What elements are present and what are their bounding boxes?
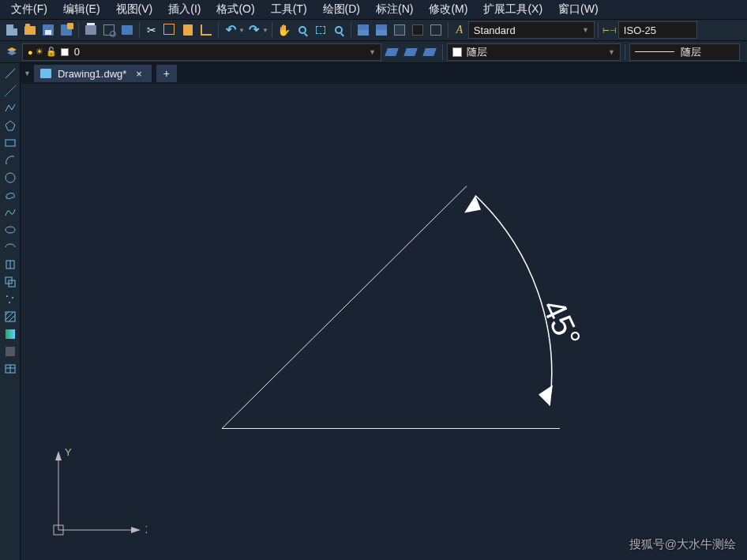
print-button[interactable]	[82, 21, 99, 39]
ellipse-tool[interactable]	[2, 223, 18, 237]
table-tool[interactable]	[2, 362, 18, 376]
redo-button[interactable]: ↷	[246, 21, 263, 39]
document-tab[interactable]: Drawing1.dwg* ×	[34, 65, 152, 82]
properties-palette-button[interactable]	[355, 21, 372, 39]
separator	[139, 22, 140, 38]
layer-name: 0	[74, 46, 80, 58]
circle-tool[interactable]	[2, 171, 18, 185]
watermark: 搜狐号@大水牛测绘	[629, 537, 736, 552]
dim-style-icon[interactable]: ⊢⊣	[602, 22, 617, 38]
menu-window[interactable]: 窗口(W)	[552, 1, 605, 18]
rectangle-tool[interactable]	[2, 136, 18, 150]
chevron-down-icon: ▼	[582, 26, 589, 34]
svg-point-4	[6, 173, 15, 182]
separator	[78, 22, 79, 38]
chevron-down-icon: ▼	[369, 48, 376, 56]
text-style-icon[interactable]: A	[452, 22, 467, 38]
svg-rect-17	[6, 329, 15, 339]
command-line-button[interactable]	[409, 21, 426, 39]
menu-dimension[interactable]: 标注(N)	[370, 1, 419, 18]
layer-dropdown[interactable]: ● ☀ 🔓 0 ▼	[22, 43, 381, 61]
dim-style-dropdown[interactable]: ISO-25	[618, 21, 697, 39]
menu-express[interactable]: 扩展工具(X)	[477, 1, 549, 18]
revision-cloud-tool[interactable]	[2, 188, 18, 202]
layer-manager-button[interactable]	[3, 43, 21, 61]
dim-style-value: ISO-25	[624, 24, 656, 36]
separator	[272, 22, 272, 38]
svg-point-12	[9, 302, 10, 303]
menu-file[interactable]: 文件(F)	[5, 1, 54, 18]
menu-format[interactable]: 格式(O)	[210, 1, 261, 18]
linetype-dropdown[interactable]: 随层	[629, 43, 740, 61]
construction-line-tool[interactable]	[2, 84, 18, 98]
document-icon	[40, 69, 51, 78]
undo-dropdown[interactable]: ▼	[238, 27, 245, 34]
drawing-area[interactable]: ▼ Drawing1.dwg* × + 45°	[21, 63, 747, 560]
draw-toolbar	[0, 63, 21, 560]
gradient-tool[interactable]	[2, 327, 18, 341]
color-dropdown[interactable]: 随层 ▼	[447, 43, 621, 61]
cut-button[interactable]: ✂	[143, 21, 160, 39]
separator	[598, 22, 599, 38]
menu-edit[interactable]: 编辑(E)	[57, 1, 107, 18]
svg-marker-23	[55, 451, 62, 460]
polygon-tool[interactable]	[2, 118, 18, 133]
new-button[interactable]	[3, 21, 21, 39]
spline-tool[interactable]	[2, 205, 18, 220]
make-block-tool[interactable]	[2, 275, 18, 289]
clean-screen-button[interactable]	[427, 21, 445, 39]
line-tool[interactable]	[2, 66, 18, 81]
linetype-value: 随层	[681, 45, 701, 59]
menu-draw[interactable]: 绘图(D)	[317, 1, 366, 18]
point-tool[interactable]	[2, 292, 18, 306]
layer-state-button[interactable]	[402, 43, 419, 61]
svg-text:Y: Y	[65, 446, 72, 458]
pan-button[interactable]: ✋	[276, 21, 293, 39]
drawing-canvas[interactable]: 45° Y X 搜狐号@大水牛测绘	[21, 84, 747, 560]
arc-tool[interactable]	[2, 153, 18, 167]
separator	[448, 22, 449, 38]
zoom-window-button[interactable]	[312, 21, 329, 39]
text-style-dropdown[interactable]: Standard ▼	[468, 21, 595, 39]
menu-modify[interactable]: 修改(M)	[422, 1, 474, 18]
paste-button[interactable]	[179, 21, 197, 39]
design-center-button[interactable]	[373, 21, 390, 39]
undo-button[interactable]: ↶	[222, 21, 239, 39]
zoom-realtime-button[interactable]	[294, 21, 311, 39]
close-tab-button[interactable]: ×	[133, 68, 145, 80]
tool-palette-button[interactable]	[391, 21, 408, 39]
svg-point-5	[6, 227, 15, 233]
new-tab-button[interactable]: +	[156, 65, 177, 82]
hatch-tool[interactable]	[2, 310, 18, 324]
polyline-tool[interactable]	[2, 101, 18, 115]
tab-list-dropdown[interactable]: ▼	[24, 70, 31, 77]
separator	[218, 22, 219, 38]
region-tool[interactable]	[2, 344, 18, 359]
angle-dimension-arc	[475, 196, 552, 406]
plot-button[interactable]	[118, 21, 136, 39]
saveas-button[interactable]	[58, 21, 75, 39]
insert-block-tool[interactable]	[2, 257, 18, 272]
color-value: 随层	[467, 45, 487, 59]
menu-insert[interactable]: 插入(I)	[162, 1, 207, 18]
save-button[interactable]	[39, 21, 57, 39]
standard-toolbar: ✂ ↶ ▼ ↷ ▼ ✋ A Standard ▼ ⊢⊣ ISO-25	[0, 19, 747, 41]
svg-rect-3	[6, 140, 15, 146]
angle-dimension-text: 45°	[536, 294, 587, 351]
match-properties-button[interactable]	[197, 21, 215, 39]
layer-isolate-button[interactable]	[421, 43, 438, 61]
zoom-previous-button[interactable]	[330, 21, 347, 39]
layer-previous-button[interactable]	[383, 43, 400, 61]
svg-line-14	[6, 312, 9, 315]
print-preview-button[interactable]	[100, 21, 118, 39]
ellipse-arc-tool[interactable]	[2, 240, 18, 254]
redo-dropdown[interactable]: ▼	[262, 27, 268, 34]
document-title: Drawing1.dwg*	[58, 68, 126, 80]
separator	[625, 44, 625, 60]
copy-button[interactable]	[161, 21, 178, 39]
menu-bar: 文件(F) 编辑(E) 视图(V) 插入(I) 格式(O) 工具(T) 绘图(D…	[0, 0, 747, 19]
layer-freeze-icon: ☀	[36, 47, 43, 57]
menu-tools[interactable]: 工具(T)	[265, 1, 313, 18]
open-button[interactable]	[21, 21, 39, 39]
menu-view[interactable]: 视图(V)	[110, 1, 160, 18]
